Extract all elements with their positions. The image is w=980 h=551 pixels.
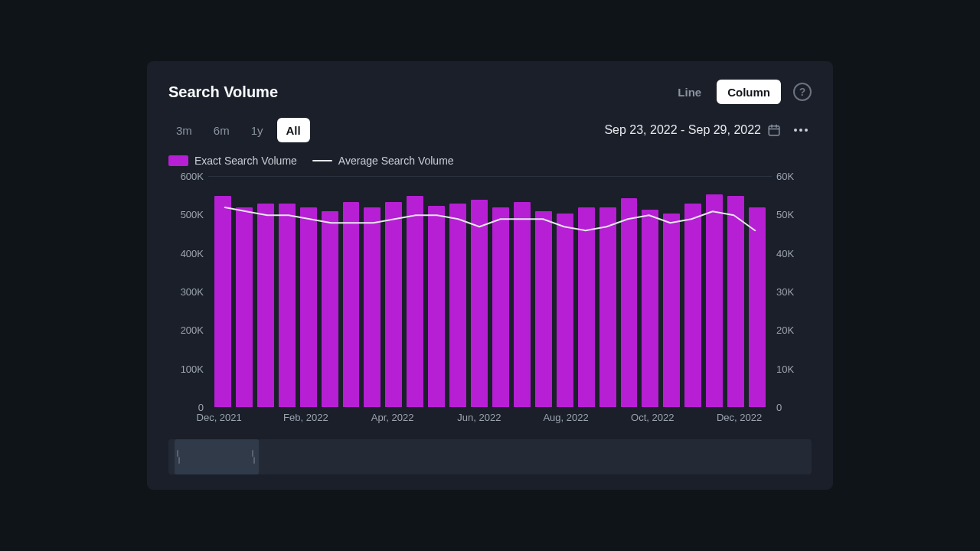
- date-range-label: Sep 23, 2022 - Sep 29, 2022: [604, 123, 761, 137]
- x-axis-tick: Dec, 2022: [717, 412, 762, 423]
- y-left-tick: 200K: [181, 324, 204, 336]
- scrubber-handle-right[interactable]: [252, 450, 256, 464]
- time-scrubber[interactable]: [168, 439, 812, 474]
- legend-line-swatch: [312, 160, 332, 161]
- x-axis-tick: Aug, 2022: [543, 412, 588, 423]
- y-right-tick: 30K: [776, 286, 794, 298]
- chart-bar[interactable]: [492, 207, 509, 407]
- y-left-tick: 400K: [181, 247, 204, 259]
- help-icon[interactable]: ?: [793, 83, 812, 101]
- y-right-tick: 0: [776, 402, 782, 413]
- more-menu-button[interactable]: [790, 119, 812, 141]
- chart-bar[interactable]: [385, 202, 402, 407]
- x-axis-tick: Dec, 2021: [197, 412, 242, 423]
- date-range-picker[interactable]: Sep 23, 2022 - Sep 29, 2022: [604, 123, 781, 137]
- y-left-tick: 600K: [181, 171, 204, 182]
- chart-bar[interactable]: [684, 204, 701, 407]
- card-header: Search Volume Line Column ?: [168, 80, 812, 104]
- range-6m-button[interactable]: 6m: [206, 118, 237, 142]
- x-axis: Dec, 2021Feb, 2022Apr, 2022Jun, 2022Aug,…: [208, 412, 772, 427]
- chart-bar[interactable]: [343, 202, 360, 407]
- y-right-tick: 60K: [776, 171, 794, 182]
- range-1y-button[interactable]: 1y: [243, 118, 271, 142]
- chart-bar[interactable]: [471, 200, 488, 407]
- x-axis-tick: Jun, 2022: [457, 412, 501, 423]
- chart-bar[interactable]: [279, 204, 296, 407]
- scrubber-window[interactable]: [175, 439, 259, 474]
- x-axis-tick: Apr, 2022: [371, 412, 414, 423]
- chart-bar[interactable]: [300, 207, 317, 407]
- y-right-tick: 10K: [776, 363, 794, 374]
- legend-bar-label: Exact Search Volume: [194, 155, 297, 167]
- range-all-button[interactable]: All: [277, 118, 310, 142]
- time-range-tabs: 3m 6m 1y All: [168, 118, 310, 142]
- legend-line-label: Average Search Volume: [338, 155, 454, 167]
- chart-bar[interactable]: [214, 196, 231, 407]
- legend-bar-swatch: [168, 155, 188, 166]
- y-right-tick: 20K: [776, 324, 794, 336]
- calendar-icon: [767, 123, 781, 137]
- y-axis-right: 60K50K40K30K20K10K0: [776, 176, 812, 407]
- chart-bar[interactable]: [578, 207, 595, 407]
- chart-bar[interactable]: [706, 194, 723, 407]
- chart-plot[interactable]: [208, 176, 772, 407]
- chart-type-toggle: Line Column ?: [667, 80, 812, 104]
- chart-type-line-button[interactable]: Line: [667, 80, 712, 104]
- chart-area: 600K500K400K300K200K100K0 60K50K40K30K20…: [168, 176, 812, 427]
- chart-bar[interactable]: [749, 207, 766, 407]
- toolbar-right: Sep 23, 2022 - Sep 29, 2022: [604, 119, 812, 141]
- chart-bar[interactable]: [599, 207, 616, 407]
- chart-bar[interactable]: [364, 207, 381, 407]
- legend-bar: Exact Search Volume: [168, 155, 297, 167]
- chart-bar[interactable]: [449, 204, 466, 407]
- chart-bar[interactable]: [428, 206, 445, 407]
- chart-bar[interactable]: [535, 211, 552, 407]
- x-axis-tick: Oct, 2022: [631, 412, 674, 423]
- search-volume-card: Search Volume Line Column ? 3m 6m 1y All…: [147, 61, 833, 490]
- chart-bar[interactable]: [322, 211, 338, 407]
- chart-bar[interactable]: [407, 196, 423, 407]
- y-left-tick: 100K: [181, 363, 204, 374]
- y-axis-left: 600K500K400K300K200K100K0: [168, 176, 204, 407]
- chart-bar[interactable]: [236, 207, 253, 407]
- toolbar: 3m 6m 1y All Sep 23, 2022 - Sep 29, 2022: [168, 118, 812, 142]
- chart-bar[interactable]: [621, 198, 638, 407]
- y-left-tick: 500K: [181, 209, 204, 220]
- chart-legend: Exact Search Volume Average Search Volum…: [168, 155, 812, 167]
- chart-bar[interactable]: [257, 204, 274, 407]
- y-right-tick: 40K: [776, 247, 794, 259]
- chart-type-column-button[interactable]: Column: [717, 80, 781, 104]
- scrubber-handle-left[interactable]: [177, 450, 181, 464]
- svg-rect-0: [769, 126, 779, 135]
- chart-bar[interactable]: [642, 210, 658, 407]
- x-axis-tick: Feb, 2022: [283, 412, 328, 423]
- chart-bar[interactable]: [557, 214, 573, 407]
- y-right-tick: 50K: [776, 209, 794, 220]
- chart-bar[interactable]: [727, 196, 744, 407]
- legend-line: Average Search Volume: [312, 155, 454, 167]
- chart-bar[interactable]: [514, 202, 531, 407]
- card-title: Search Volume: [168, 83, 278, 101]
- y-left-tick: 300K: [181, 286, 204, 298]
- range-3m-button[interactable]: 3m: [168, 118, 200, 142]
- chart-bar[interactable]: [663, 214, 680, 407]
